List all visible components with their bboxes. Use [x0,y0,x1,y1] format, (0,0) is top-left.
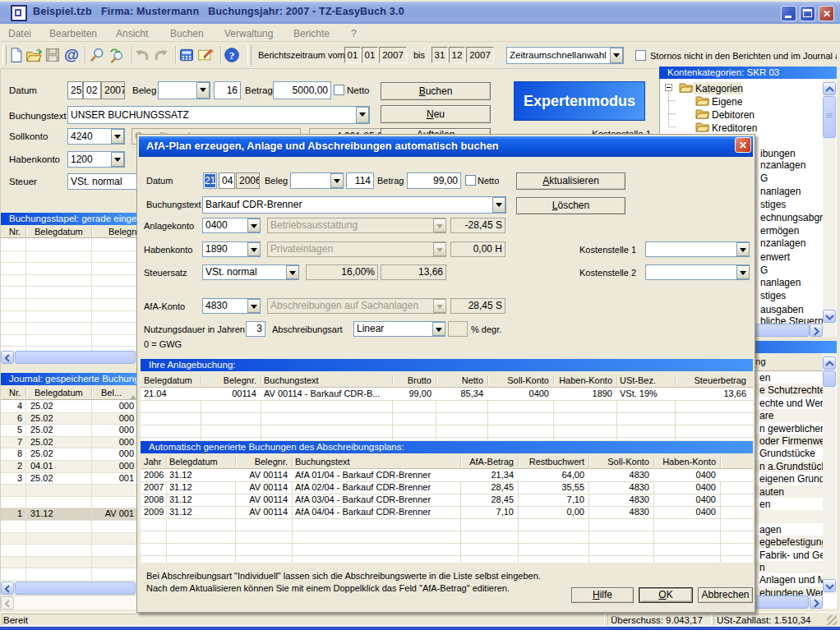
svg-text:@: @ [64,47,79,63]
svg-text:?: ? [229,49,235,62]
